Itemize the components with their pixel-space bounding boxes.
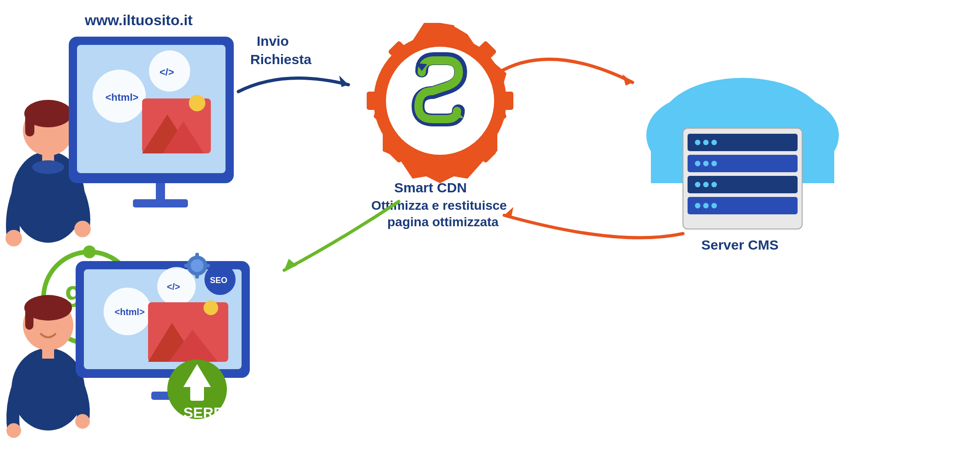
svg-point-2 (23, 105, 73, 156)
svg-rect-52 (688, 134, 798, 151)
svg-point-49 (651, 112, 834, 181)
svg-point-98 (187, 256, 207, 276)
svg-marker-23 (339, 76, 348, 87)
svg-rect-87 (84, 269, 242, 369)
svg-rect-51 (683, 128, 802, 229)
svg-marker-70 (284, 259, 297, 270)
svg-rect-34 (497, 92, 513, 110)
svg-point-58 (703, 161, 709, 166)
svg-rect-36 (473, 40, 497, 65)
svg-rect-100 (195, 272, 199, 278)
svg-rect-37 (388, 139, 412, 164)
svg-rect-17 (142, 98, 211, 153)
svg-point-88 (104, 288, 151, 335)
svg-point-53 (695, 140, 700, 145)
svg-point-67 (711, 203, 717, 208)
svg-rect-10 (133, 199, 188, 207)
svg-point-46 (660, 78, 825, 169)
svg-point-29 (374, 34, 507, 167)
svg-text:</>: </> (160, 66, 174, 78)
svg-marker-93 (148, 323, 197, 362)
svg-rect-33 (367, 92, 383, 110)
svg-marker-24 (374, 23, 507, 156)
svg-rect-12 (77, 45, 226, 173)
svg-marker-94 (169, 330, 218, 362)
svg-point-3 (24, 100, 72, 127)
svg-point-7 (6, 230, 22, 246)
svg-point-54 (703, 140, 709, 145)
svg-rect-84 (174, 371, 183, 394)
svg-point-30 (387, 48, 493, 153)
svg-rect-50 (651, 137, 834, 183)
gear-redraw (367, 23, 513, 183)
svg-marker-19 (163, 121, 204, 153)
svg-marker-41 (453, 111, 464, 118)
svg-marker-40 (416, 63, 427, 71)
svg-rect-11 (69, 37, 234, 183)
svg-rect-35 (388, 40, 412, 65)
svg-point-71 (44, 252, 135, 344)
svg-point-77 (11, 348, 85, 431)
svg-rect-80 (25, 308, 33, 330)
svg-point-61 (695, 182, 700, 187)
svg-rect-5 (42, 151, 54, 165)
svg-point-83 (75, 414, 90, 429)
svg-text:<html>: <html> (115, 307, 145, 317)
svg-rect-4 (25, 114, 34, 136)
svg-point-95 (204, 300, 218, 315)
svg-rect-9 (156, 179, 165, 202)
svg-point-103 (191, 259, 204, 272)
svg-point-26 (394, 44, 486, 135)
svg-point-55 (711, 140, 717, 145)
svg-point-104 (167, 360, 227, 419)
svg-point-6 (32, 160, 64, 174)
svg-rect-31 (431, 25, 449, 41)
svg-point-25 (387, 37, 493, 142)
svg-text:</>: </> (167, 282, 180, 292)
svg-point-90 (157, 267, 196, 305)
svg-point-8 (74, 221, 91, 237)
infographic-svg: www.iltuosito.it <html> </> (0, 0, 980, 458)
svg-point-57 (695, 161, 700, 166)
svg-rect-56 (688, 155, 798, 172)
svg-rect-0 (0, 0, 980, 458)
svg-text:<html>: <html> (105, 92, 138, 103)
svg-rect-106 (190, 385, 204, 401)
svg-rect-81 (42, 346, 54, 359)
svg-text:96%: 96% (65, 280, 124, 313)
svg-point-59 (711, 161, 717, 166)
svg-text:SEO: SEO (210, 276, 227, 285)
svg-rect-86 (76, 261, 250, 378)
svg-point-66 (703, 203, 709, 208)
svg-text:Richiesta: Richiesta (250, 52, 312, 67)
svg-marker-28 (409, 57, 424, 65)
svg-point-1 (11, 151, 85, 243)
svg-point-13 (93, 70, 146, 123)
svg-point-72 (83, 245, 96, 258)
svg-point-20 (189, 95, 205, 111)
svg-point-79 (24, 295, 72, 321)
svg-marker-45 (622, 74, 633, 86)
svg-point-48 (738, 96, 839, 174)
svg-point-15 (149, 50, 190, 92)
svg-point-65 (695, 203, 700, 208)
svg-point-47 (646, 96, 747, 174)
svg-text:Server CMS: Server CMS (701, 237, 778, 252)
svg-text:SERP: SERP (183, 404, 223, 421)
svg-point-82 (6, 423, 21, 438)
svg-marker-27 (457, 112, 472, 120)
svg-rect-64 (688, 197, 798, 214)
svg-text:pagina ottimizzata: pagina ottimizzata (387, 215, 499, 229)
svg-point-62 (703, 182, 709, 187)
svg-text:Smart CDN: Smart CDN (394, 180, 467, 195)
svg-marker-105 (183, 364, 211, 387)
svg-text:Performance: Performance (143, 269, 227, 284)
svg-rect-92 (148, 302, 228, 362)
svg-rect-102 (204, 264, 210, 267)
scene: www.iltuosito.it <html> </> (0, 0, 980, 458)
svg-marker-18 (142, 114, 193, 153)
svg-rect-101 (184, 264, 191, 267)
svg-text:con Smart CDN: con Smart CDN (143, 306, 244, 321)
svg-text:Ottimizza e restituisce: Ottimizza e restituisce (371, 198, 507, 213)
svg-point-96 (204, 264, 236, 295)
